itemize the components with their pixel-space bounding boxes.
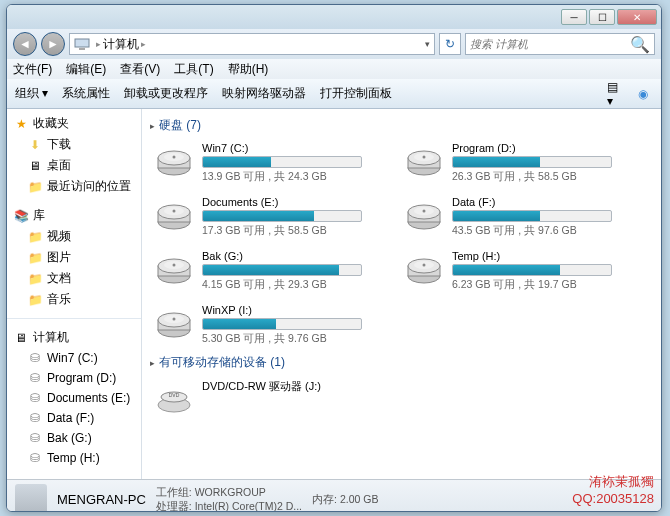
computer-name: MENGRAN-PC [57, 492, 146, 507]
search-icon: 🔍 [630, 35, 650, 54]
document-icon: 📁 [27, 271, 43, 287]
drive-name: Data (F:) [452, 196, 626, 208]
drive-item[interactable]: WinXP (I:)5.30 GB 可用 , 共 9.76 GB [150, 300, 380, 350]
star-icon: ★ [13, 116, 29, 132]
hdd-icon [154, 250, 194, 290]
computer-large-icon [15, 484, 47, 513]
menu-file[interactable]: 文件(F) [13, 61, 52, 78]
svg-rect-0 [75, 39, 89, 47]
map-drive-button[interactable]: 映射网络驱动器 [222, 85, 306, 102]
drive-name: Win7 (C:) [202, 142, 376, 154]
address-bar: ◄ ► ▸ 计算机 ▸ ▾ ↻ 🔍 [7, 29, 661, 59]
drive-icon: ⛁ [27, 390, 43, 406]
refresh-button[interactable]: ↻ [439, 33, 461, 55]
chevron-right-icon: ▸ [141, 39, 146, 49]
drive-item[interactable]: Bak (G:)4.15 GB 可用 , 共 29.3 GB [150, 246, 380, 296]
capacity-text: 17.3 GB 可用 , 共 58.5 GB [202, 224, 376, 238]
sidebar-music[interactable]: 📁音乐 [7, 289, 141, 310]
drive-item[interactable]: Program (D:)26.3 GB 可用 , 共 58.5 GB [400, 138, 630, 188]
menu-view[interactable]: 查看(V) [120, 61, 160, 78]
drive-item[interactable]: Data (F:)43.5 GB 可用 , 共 97.6 GB [400, 192, 630, 242]
main-pane: ▸硬盘 (7) Win7 (C:)13.9 GB 可用 , 共 24.3 GBP… [142, 109, 661, 479]
chevron-down-icon[interactable]: ▾ [425, 39, 430, 49]
svg-point-36 [173, 318, 176, 321]
sidebar-videos[interactable]: 📁视频 [7, 226, 141, 247]
breadcrumb[interactable]: ▸ 计算机 ▸ ▾ [69, 33, 435, 55]
back-button[interactable]: ◄ [13, 32, 37, 56]
drive-name: Bak (G:) [202, 250, 376, 262]
search-input[interactable] [470, 38, 630, 50]
chevron-right-icon: ▸ [96, 39, 101, 49]
drive-icon: ⛁ [27, 370, 43, 386]
menu-tools[interactable]: 工具(T) [174, 61, 213, 78]
hdd-icon [404, 142, 444, 182]
watermark: 洧袮茉孤獨 QQ:20035128 [572, 474, 654, 508]
capacity-text: 4.15 GB 可用 , 共 29.3 GB [202, 278, 376, 292]
sidebar-downloads[interactable]: ⬇下载 [7, 134, 141, 155]
drive-icon: ⛁ [27, 430, 43, 446]
sidebar-desktop[interactable]: 🖥桌面 [7, 155, 141, 176]
computer-icon [74, 36, 90, 52]
computer-icon: 🖥 [13, 330, 29, 346]
sidebar-drive-c[interactable]: ⛁Win7 (C:) [7, 348, 141, 368]
drive-name: WinXP (I:) [202, 304, 376, 316]
close-button[interactable]: ✕ [617, 9, 657, 25]
music-icon: 📁 [27, 292, 43, 308]
menu-bar: 文件(F) 编辑(E) 查看(V) 工具(T) 帮助(H) [7, 59, 661, 79]
removable-section-header[interactable]: ▸有可移动存储的设备 (1) [150, 350, 653, 375]
capacity-bar [202, 210, 362, 222]
sidebar-documents[interactable]: 📁文档 [7, 268, 141, 289]
svg-text:DVD: DVD [169, 392, 180, 398]
control-panel-button[interactable]: 打开控制面板 [320, 85, 392, 102]
navigation-pane: ★收藏夹 ⬇下载 🖥桌面 📁最近访问的位置 📚库 📁视频 📁图片 📁文档 📁音乐… [7, 109, 142, 479]
sidebar-recent[interactable]: 📁最近访问的位置 [7, 176, 141, 197]
drive-item[interactable]: Temp (H:)6.23 GB 可用 , 共 19.7 GB [400, 246, 630, 296]
drive-name: Documents (E:) [202, 196, 376, 208]
breadcrumb-computer[interactable]: 计算机 [103, 36, 139, 53]
menu-help[interactable]: 帮助(H) [228, 61, 269, 78]
hdd-section-header[interactable]: ▸硬盘 (7) [150, 113, 653, 138]
favorites-header[interactable]: ★收藏夹 [7, 113, 141, 134]
hdd-icon [404, 250, 444, 290]
chevron-down-icon: ▸ [150, 121, 155, 131]
capacity-text: 13.9 GB 可用 , 共 24.3 GB [202, 170, 376, 184]
svg-point-31 [423, 264, 426, 267]
svg-point-26 [173, 264, 176, 267]
libraries-header[interactable]: 📚库 [7, 205, 141, 226]
view-options-icon[interactable]: ▤ ▾ [607, 84, 627, 104]
search-box[interactable]: 🔍 [465, 33, 655, 55]
drive-icon: ⛁ [27, 350, 43, 366]
minimize-button[interactable]: ─ [561, 9, 587, 25]
capacity-text: 26.3 GB 可用 , 共 58.5 GB [452, 170, 626, 184]
sidebar-drive-h[interactable]: ⛁Temp (H:) [7, 448, 141, 468]
system-properties-button[interactable]: 系统属性 [62, 85, 110, 102]
sidebar-drive-f[interactable]: ⛁Data (F:) [7, 408, 141, 428]
capacity-bar [202, 264, 362, 276]
chevron-down-icon: ▸ [150, 358, 155, 368]
svg-point-21 [423, 210, 426, 213]
menu-edit[interactable]: 编辑(E) [66, 61, 106, 78]
computer-header[interactable]: 🖥计算机 [7, 327, 141, 348]
sidebar-drive-d[interactable]: ⛁Program (D:) [7, 368, 141, 388]
sidebar-drive-e[interactable]: ⛁Documents (E:) [7, 388, 141, 408]
hdd-icon [404, 196, 444, 236]
maximize-button[interactable]: ☐ [589, 9, 615, 25]
uninstall-button[interactable]: 卸载或更改程序 [124, 85, 208, 102]
drive-item[interactable]: Documents (E:)17.3 GB 可用 , 共 58.5 GB [150, 192, 380, 242]
drive-item[interactable]: Win7 (C:)13.9 GB 可用 , 共 24.3 GB [150, 138, 380, 188]
download-icon: ⬇ [27, 137, 43, 153]
organize-button[interactable]: 组织 ▾ [15, 85, 48, 102]
capacity-bar [202, 156, 362, 168]
drive-icon: ⛁ [27, 410, 43, 426]
status-bar: MENGRAN-PC 工作组: WORKGROUP 处理器: Intel(R) … [7, 479, 661, 512]
dvd-drive[interactable]: DVD DVD/CD-RW 驱动器 (J:) [150, 375, 380, 423]
drive-icon: ⛁ [27, 450, 43, 466]
sidebar-pictures[interactable]: 📁图片 [7, 247, 141, 268]
capacity-text: 43.5 GB 可用 , 共 97.6 GB [452, 224, 626, 238]
help-icon[interactable]: ◉ [633, 84, 653, 104]
capacity-bar [202, 318, 362, 330]
sidebar-drive-g[interactable]: ⛁Bak (G:) [7, 428, 141, 448]
hdd-icon [154, 304, 194, 344]
forward-button[interactable]: ► [41, 32, 65, 56]
drives-list: Win7 (C:)13.9 GB 可用 , 共 24.3 GBProgram (… [150, 138, 653, 350]
